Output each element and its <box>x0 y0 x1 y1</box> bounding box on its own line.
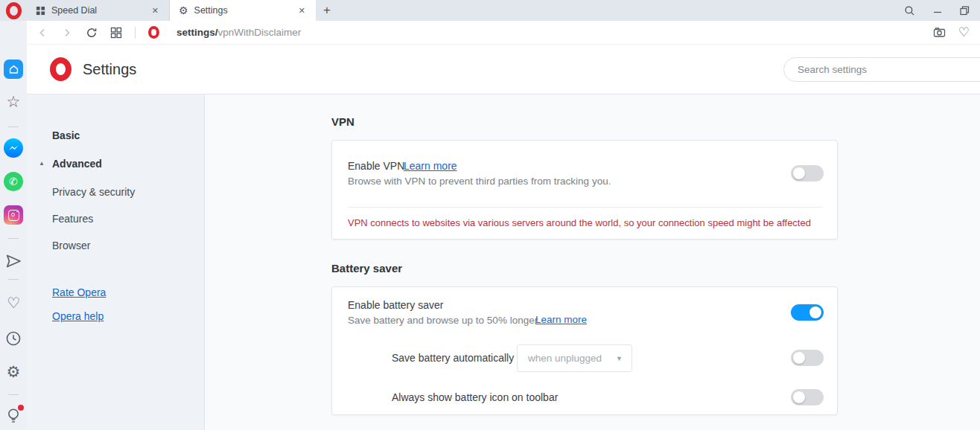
settings-content: VPN Enable VPN Learn more Browse with VP… <box>206 94 980 430</box>
sidebar-divider <box>8 279 19 280</box>
forward-icon[interactable] <box>61 27 73 39</box>
enable-vpn-label: Enable VPN <box>348 160 404 172</box>
sidebar-item-instagram[interactable] <box>0 205 27 225</box>
settings-nav: Basic ▲ Advanced Privacy & security Feat… <box>27 94 205 430</box>
nav-item-browser[interactable]: Browser <box>52 240 90 251</box>
nav-item-advanced[interactable]: Advanced <box>52 158 102 170</box>
rate-opera-link[interactable]: Rate Opera <box>52 286 106 298</box>
battery-card: Enable battery saver Save battery and br… <box>331 286 838 415</box>
settings-search-box[interactable] <box>783 57 980 82</box>
instagram-icon <box>4 205 23 225</box>
settings-header: Settings <box>27 45 980 94</box>
battery-auto-dropdown[interactable]: when unplugged ▼ <box>517 344 632 372</box>
opera-logo-icon <box>6 2 22 19</box>
paper-plane-icon <box>4 252 22 270</box>
back-icon[interactable] <box>36 27 48 39</box>
battery-icon-toolbar-toggle[interactable] <box>791 389 824 405</box>
vpn-description: Browse with VPN to prevent third parties… <box>348 176 611 187</box>
address-bar[interactable]: settings/vpnWithDisclaimer <box>176 27 301 38</box>
sidebar-divider <box>8 238 19 239</box>
vpn-disclaimer: VPN connects to websites via various ser… <box>348 217 811 228</box>
battery-icon-toolbar-label: Always show battery icon on toolbar <box>392 391 558 403</box>
toolbar-divider <box>135 27 136 39</box>
opera-browser-window: Speed Dial ✕ ⚙ Settings ✕ + <box>0 0 980 430</box>
sidebar-item-personal-news[interactable]: ♡ <box>0 295 27 310</box>
sidebar-item-messenger[interactable] <box>0 138 27 158</box>
nav-item-privacy-security[interactable]: Privacy & security <box>52 186 135 198</box>
tab-search-icon[interactable] <box>904 5 915 16</box>
clock-icon <box>5 330 22 347</box>
nav-item-basic[interactable]: Basic <box>52 129 80 141</box>
minimize-icon[interactable] <box>933 6 942 15</box>
tab-speed-dial[interactable]: Speed Dial ✕ <box>27 0 170 21</box>
site-opera-icon <box>148 26 159 39</box>
chevron-down-icon: ▼ <box>616 355 623 362</box>
battery-section-heading: Battery saver <box>331 262 402 275</box>
sidebar-divider <box>8 394 19 395</box>
maximize-restore-icon[interactable] <box>960 6 970 16</box>
tab-close-icon[interactable]: ✕ <box>296 4 308 17</box>
address-toolbar: settings/vpnWithDisclaimer ♡ <box>27 21 980 45</box>
whatsapp-icon: ✆ <box>4 172 23 191</box>
sidebar-item-settings[interactable]: ⚙ <box>0 364 27 379</box>
save-battery-automatically-label: Save battery automatically <box>392 352 514 364</box>
settings-search-input[interactable] <box>798 59 980 80</box>
star-icon: ☆ <box>7 94 21 109</box>
sidebar-item-my-flow[interactable] <box>0 252 27 270</box>
reload-icon[interactable] <box>86 27 98 39</box>
tile-view-icon[interactable] <box>110 27 122 39</box>
sidebar: ☆ ✆ ♡ ⚙ <box>0 21 27 430</box>
opera-menu-button[interactable] <box>0 0 27 21</box>
settings-brand: Settings <box>50 57 136 81</box>
dropdown-value: when unplugged <box>528 353 616 364</box>
bookmark-heart-icon[interactable]: ♡ <box>958 26 970 39</box>
chevron-up-icon: ▲ <box>39 160 45 167</box>
sidebar-item-bookmarks[interactable]: ☆ <box>0 94 27 109</box>
new-tab-button[interactable]: + <box>316 0 338 21</box>
card-divider <box>348 207 823 208</box>
url-page: vpnWithDisclaimer <box>218 27 302 38</box>
tab-close-icon[interactable]: ✕ <box>149 4 162 17</box>
sidebar-item-history[interactable] <box>0 330 27 347</box>
sidebar-item-whatsapp[interactable]: ✆ <box>0 172 27 191</box>
battery-auto-toggle[interactable] <box>791 350 824 366</box>
tab-strip: Speed Dial ✕ ⚙ Settings ✕ + <box>27 0 980 21</box>
notification-badge <box>18 405 24 411</box>
battery-learn-more-link[interactable]: Learn more <box>535 314 587 325</box>
heart-icon: ♡ <box>7 295 20 310</box>
lightbulb-icon <box>5 407 22 427</box>
speed-dial-grid-icon <box>36 6 45 16</box>
vpn-card: Enable VPN Learn more Browse with VPN to… <box>331 140 838 240</box>
nav-item-features[interactable]: Features <box>52 213 93 225</box>
settings-body: Basic ▲ Advanced Privacy & security Feat… <box>27 94 980 430</box>
opera-logo-icon <box>50 57 71 81</box>
sidebar-item-update[interactable] <box>0 407 27 427</box>
tab-label: Settings <box>194 5 290 16</box>
plus-icon: + <box>323 3 331 18</box>
snapshot-camera-icon[interactable] <box>933 26 946 39</box>
page-title: Settings <box>83 61 136 78</box>
url-path: settings/ <box>176 27 218 38</box>
sidebar-divider <box>8 126 19 127</box>
tabstrip-spacer <box>338 0 904 21</box>
tab-label: Speed Dial <box>51 5 143 16</box>
battery-saver-toggle[interactable] <box>791 304 824 321</box>
vpn-section-heading: VPN <box>331 115 354 128</box>
vpn-toggle[interactable] <box>791 165 824 182</box>
enable-battery-saver-label: Enable battery saver <box>348 299 443 311</box>
speed-dial-home-icon <box>4 60 23 79</box>
sidebar-item-speed-dial[interactable] <box>0 60 27 79</box>
window-controls <box>904 0 980 21</box>
battery-description: Save battery and browse up to 50% longer <box>348 315 538 326</box>
messenger-icon <box>4 138 23 158</box>
opera-help-link[interactable]: Opera help <box>52 310 104 322</box>
tab-settings[interactable]: ⚙ Settings ✕ <box>170 0 316 21</box>
gear-icon: ⚙ <box>7 364 21 379</box>
gear-icon: ⚙ <box>179 5 188 16</box>
vpn-learn-more-link[interactable]: Learn more <box>404 160 457 172</box>
